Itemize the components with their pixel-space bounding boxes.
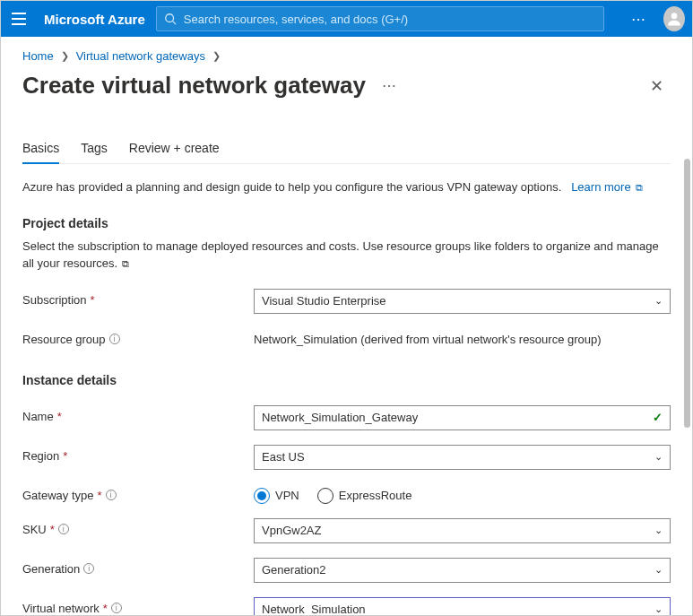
region-select[interactable]: East US ⌄ xyxy=(254,445,671,470)
external-link-icon: ⧉ xyxy=(633,182,643,193)
generation-select[interactable]: Generation2 ⌄ xyxy=(254,558,671,583)
gateway-type-label: Gateway type* i xyxy=(22,484,254,502)
top-header: Microsoft Azure ⋯ xyxy=(1,1,692,37)
resource-group-value: Network_Simulation (derived from virtual… xyxy=(254,328,671,346)
person-icon xyxy=(665,10,683,28)
chevron-down-icon: ⌄ xyxy=(654,525,663,536)
project-details-heading: Project details xyxy=(22,216,671,230)
tabs: Basics Tags Review + create xyxy=(22,135,671,164)
search-input[interactable] xyxy=(184,13,596,26)
page-title: Create virtual network gateway xyxy=(22,72,366,100)
gateway-type-vpn-radio[interactable]: VPN xyxy=(254,488,299,504)
region-label: Region* xyxy=(22,445,254,463)
sku-label: SKU* i xyxy=(22,518,254,536)
chevron-right-icon: ❯ xyxy=(61,50,69,62)
sku-value: VpnGw2AZ xyxy=(262,524,321,537)
subscription-select[interactable]: Visual Studio Enterprise ⌄ xyxy=(254,289,671,314)
subscription-label: Subscription* xyxy=(22,289,254,307)
svg-point-0 xyxy=(166,14,174,22)
gateway-type-radio-group: VPN ExpressRoute xyxy=(254,484,671,504)
gateway-type-expressroute-radio[interactable]: ExpressRoute xyxy=(317,488,412,504)
chevron-down-icon: ⌄ xyxy=(654,451,663,463)
vnet-select[interactable]: Network_Simulation ⌄ xyxy=(254,597,671,616)
name-input[interactable]: Network_Simulation_Gateway ✓ xyxy=(254,405,671,430)
svg-point-2 xyxy=(671,13,678,19)
top-more-icon[interactable]: ⋯ xyxy=(626,11,653,28)
learn-more-link[interactable]: Learn more ⧉ xyxy=(571,180,643,194)
info-icon[interactable]: i xyxy=(106,490,117,500)
search-icon xyxy=(164,13,177,25)
brand-label[interactable]: Microsoft Azure xyxy=(44,12,145,27)
page-content: Home ❯ Virtual network gateways ❯ Create… xyxy=(1,37,692,615)
radio-label-expressroute: ExpressRoute xyxy=(339,489,412,502)
generation-label: Generation i xyxy=(22,558,254,576)
check-icon: ✓ xyxy=(653,411,663,424)
name-label: Name* xyxy=(22,405,254,423)
breadcrumb-home[interactable]: Home xyxy=(22,49,54,63)
project-details-desc: Select the subscription to manage deploy… xyxy=(22,238,671,273)
page-more-icon[interactable]: ⋯ xyxy=(375,77,404,94)
info-icon[interactable]: i xyxy=(111,603,122,613)
generation-value: Generation2 xyxy=(262,563,326,577)
sku-select[interactable]: VpnGw2AZ ⌄ xyxy=(254,518,671,543)
external-link-icon[interactable]: ⧉ xyxy=(119,258,129,269)
tab-review-create[interactable]: Review + create xyxy=(129,135,220,163)
breadcrumb: Home ❯ Virtual network gateways ❯ xyxy=(22,49,671,63)
svg-line-1 xyxy=(172,22,176,25)
scrollbar-thumb[interactable] xyxy=(684,159,690,428)
chevron-right-icon: ❯ xyxy=(212,50,221,62)
global-search[interactable] xyxy=(156,6,604,31)
resource-group-label: Resource group i xyxy=(22,328,254,346)
breadcrumb-vng[interactable]: Virtual network gateways xyxy=(76,49,205,63)
tab-tags[interactable]: Tags xyxy=(81,135,108,163)
chevron-down-icon: ⌄ xyxy=(654,564,663,576)
intro-text: Azure has provided a planning and design… xyxy=(22,178,671,196)
subscription-value: Visual Studio Enterprise xyxy=(262,294,386,308)
intro-body: Azure has provided a planning and design… xyxy=(22,180,561,194)
tab-basics[interactable]: Basics xyxy=(22,135,59,164)
info-icon[interactable]: i xyxy=(58,524,69,534)
instance-details-heading: Instance details xyxy=(22,373,671,387)
radio-label-vpn: VPN xyxy=(275,489,299,502)
hamburger-menu-icon[interactable] xyxy=(8,9,30,29)
name-value: Network_Simulation_Gateway xyxy=(262,411,418,424)
chevron-down-icon: ⌄ xyxy=(654,603,663,615)
vnet-value: Network_Simulation xyxy=(262,603,366,615)
close-icon[interactable]: ✕ xyxy=(643,73,671,100)
vnet-label: Virtual network* i xyxy=(22,597,254,615)
region-value: East US xyxy=(262,450,305,464)
user-avatar[interactable] xyxy=(663,6,685,31)
info-icon[interactable]: i xyxy=(109,334,120,344)
chevron-down-icon: ⌄ xyxy=(654,295,663,307)
info-icon[interactable]: i xyxy=(83,563,94,574)
scrollbar[interactable] xyxy=(683,37,690,615)
